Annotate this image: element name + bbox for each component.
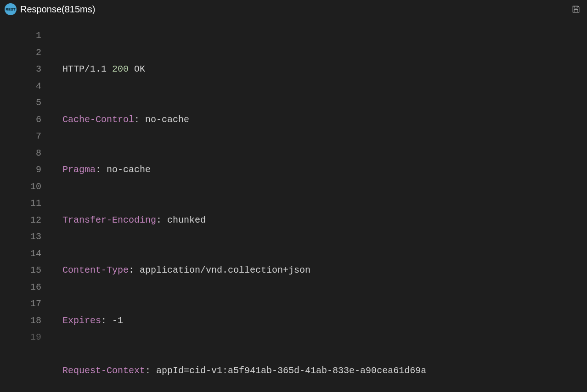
header-value: no-cache — [145, 114, 189, 125]
response-title: Response(815ms) — [20, 4, 95, 15]
code-line: Pragma: no-cache — [62, 162, 586, 179]
line-number: 12 — [0, 212, 46, 229]
code-line: HTTP/1.1 200 OK — [62, 61, 586, 78]
header-name: Content-Type — [62, 265, 129, 275]
line-number: 6 — [0, 112, 46, 129]
line-number: 9 — [0, 162, 46, 179]
save-icon — [571, 5, 581, 14]
code-line: Cache-Control: no-cache — [62, 112, 586, 129]
line-number: 2 — [0, 45, 46, 62]
line-number: 15 — [0, 262, 46, 279]
header-value: application/vnd.collection+json — [140, 265, 310, 275]
line-number: 4 — [0, 78, 46, 95]
line-number: 8 — [0, 145, 46, 162]
code-line: Request-Context: appId=cid-v1:a5f941ab-3… — [62, 363, 586, 380]
header-left: REST Response(815ms) — [5, 3, 95, 15]
header-value: appId=cid-v1:a5f941ab-365d-41ab-833e-a90… — [156, 365, 426, 376]
header-name: Transfer-Encoding — [62, 215, 156, 225]
line-number: 13 — [0, 229, 46, 246]
line-number: 3 — [0, 61, 46, 78]
line-number-gutter: 1 2 3 4 5 6 7 8 9 10 11 12 13 14 15 16 1… — [0, 28, 46, 392]
status-text: OK — [129, 64, 145, 74]
header-value: chunked — [167, 215, 206, 225]
status-code: 200 — [112, 64, 129, 74]
line-number: 1 — [0, 28, 46, 45]
line-number: 17 — [0, 296, 46, 313]
header-value: no-cache — [107, 164, 151, 175]
code-line: Transfer-Encoding: chunked — [62, 212, 586, 229]
response-header: REST Response(815ms) — [0, 0, 587, 18]
save-button[interactable] — [570, 3, 582, 16]
code-line: Content-Type: application/vnd.collection… — [62, 262, 586, 279]
header-value: -1 — [112, 315, 123, 326]
line-number: 7 — [0, 128, 46, 145]
http-protocol: HTTP/1.1 — [62, 64, 112, 74]
line-number: 18 — [0, 313, 46, 330]
header-name: Cache-Control — [62, 114, 134, 125]
header-name: Request-Context — [62, 365, 145, 376]
rest-badge-icon: REST — [5, 3, 17, 15]
header-name: Pragma — [62, 164, 96, 175]
line-number: 16 — [0, 279, 46, 296]
code-content[interactable]: HTTP/1.1 200 OK Cache-Control: no-cache … — [46, 28, 586, 392]
line-number: 14 — [0, 246, 46, 263]
response-editor[interactable]: 1 2 3 4 5 6 7 8 9 10 11 12 13 14 15 16 1… — [0, 18, 587, 392]
line-number: 11 — [0, 195, 46, 212]
line-number: 5 — [0, 95, 46, 112]
code-line: Expires: -1 — [62, 313, 586, 330]
line-number: 19 — [0, 329, 46, 346]
line-number: 10 — [0, 179, 46, 196]
header-name: Expires — [62, 315, 101, 326]
